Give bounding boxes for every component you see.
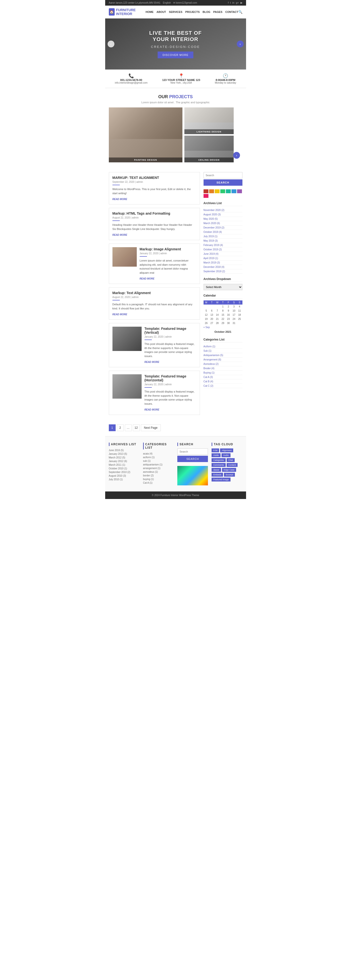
cal-cell[interactable]: 7	[214, 309, 220, 313]
cal-cell[interactable]: 6	[209, 309, 214, 313]
category-item-antiquarianism[interactable]: Antiquarianism (5)	[203, 353, 242, 358]
cal-cell[interactable]: 15	[220, 313, 226, 317]
tag-dawar[interactable]: dawar	[211, 468, 221, 472]
footer-cat-item[interactable]: buying (1)	[143, 477, 174, 481]
archive-item[interactable]: March 2020 (6)	[203, 221, 242, 226]
cal-cell[interactable]: 18	[237, 313, 242, 317]
cal-cell[interactable]: 24	[231, 317, 237, 321]
projects-next-arrow[interactable]: ›	[233, 152, 240, 159]
social-icons[interactable]: f t in g+ ▶	[228, 1, 242, 5]
category-item-catb[interactable]: Cat B (4)	[203, 379, 242, 384]
archive-item[interactable]: April 2019 (1)	[203, 256, 242, 261]
cal-cell[interactable]: 13	[209, 313, 214, 317]
post-3-read-more[interactable]: READ MORE	[140, 277, 154, 280]
cal-cell[interactable]: 8	[220, 309, 226, 313]
youtube-icon[interactable]: ▶	[240, 1, 242, 5]
cal-cell[interactable]: 31	[231, 321, 237, 325]
color-block-blue[interactable]	[232, 189, 237, 193]
post-5-read-more[interactable]: READ MORE	[145, 361, 159, 363]
cal-cell[interactable]: 1	[220, 305, 226, 309]
archive-item[interactable]: May 2020 (5)	[203, 217, 242, 221]
category-item-sub[interactable]: Sub (1)	[203, 349, 242, 353]
cal-cell[interactable]: 4	[237, 305, 242, 309]
cal-cell[interactable]: 12	[203, 313, 209, 317]
category-item-cata[interactable]: Cat A (3)	[203, 375, 242, 379]
cal-cell[interactable]: 17	[231, 313, 237, 317]
color-block-purple[interactable]	[237, 189, 242, 193]
cal-cell[interactable]: 25	[237, 317, 242, 321]
tag-chat[interactable]: Chat	[227, 458, 235, 462]
color-block-yellow[interactable]	[215, 189, 219, 193]
archive-item[interactable]: February 2019 (4)	[203, 243, 242, 247]
cal-cell[interactable]: 21	[214, 317, 220, 321]
category-item-arrangement[interactable]: Arrangement (6)	[203, 358, 242, 362]
cal-cell[interactable]: 20	[209, 317, 214, 321]
nav-blog[interactable]: BLOG	[203, 10, 210, 13]
archive-item[interactable]: December 2018 (4)	[203, 265, 242, 269]
cal-cell[interactable]: 9	[226, 309, 231, 313]
tag-comments[interactable]: Comments	[211, 463, 226, 467]
project-card-painting[interactable]: PAINTING DESIGN	[109, 107, 183, 162]
tag-aside[interactable]: Aside	[211, 453, 221, 457]
category-item-broder[interactable]: Broder (4)	[203, 366, 242, 371]
category-item-catc[interactable]: Cat C (2)	[203, 384, 242, 388]
archive-item[interactable]: July 2019 (1)	[203, 234, 242, 239]
header-search-icon[interactable]: 🔍	[238, 10, 242, 14]
hero-next-arrow[interactable]: ›	[237, 41, 244, 48]
cal-cell[interactable]: 23	[226, 317, 231, 321]
footer-archive-item[interactable]: March 2012 (5)	[109, 456, 140, 460]
post-6-read-more[interactable]: READ MORE	[145, 408, 159, 411]
cal-cell[interactable]: 29	[220, 321, 226, 325]
category-item-aciform[interactable]: Aciform (1)	[203, 344, 242, 349]
footer-cat-item[interactable]: arrangement (1)	[143, 466, 174, 470]
cal-cell[interactable]: 3	[231, 305, 237, 309]
footer-archive-item[interactable]: October 2010 (1)	[109, 467, 140, 470]
linkedin-icon[interactable]: in	[232, 1, 234, 5]
footer-cat-item[interactable]: asmodeus (1)	[143, 470, 174, 474]
cal-cell[interactable]: 10	[231, 309, 237, 313]
page-btn-12[interactable]: 12	[133, 425, 140, 431]
post-4-read-more[interactable]: READ MORE	[113, 313, 127, 316]
footer-cat-item[interactable]: acaia (4)	[143, 452, 174, 455]
tag-content[interactable]: Content	[227, 463, 238, 467]
post-2-read-more[interactable]: READ MORE	[113, 234, 127, 236]
footer-archive-item[interactable]: August 2010 (3)	[109, 474, 140, 477]
color-block-pink[interactable]	[203, 194, 208, 198]
category-item-buying[interactable]: Buying (1)	[203, 371, 242, 375]
nav-pages[interactable]: PAGES	[213, 10, 222, 13]
archive-item[interactable]: October 2019 (4)	[203, 230, 242, 234]
project-card-ceiling[interactable]: CEILING DESIGN	[184, 135, 233, 162]
nav-services[interactable]: SERVICES	[169, 10, 182, 13]
project-card-lightning[interactable]: LIGHTNING DESIGN	[184, 107, 233, 134]
footer-archive-item[interactable]: March 2011 (1)	[109, 463, 140, 467]
archive-item[interactable]: December 2019 (2)	[203, 226, 242, 230]
tag-edge-case[interactable]: Edge Case	[222, 468, 237, 472]
googleplus-icon[interactable]: g+	[236, 1, 239, 5]
tag-8bit[interactable]: 8 bit	[211, 449, 219, 452]
nav-contact[interactable]: CONTACT	[226, 10, 238, 13]
tag-featured-image[interactable]: Featured Image	[211, 477, 230, 482]
footer-archive-item[interactable]: July 2010 (1)	[109, 477, 140, 481]
cal-cell[interactable]: 26	[203, 321, 209, 325]
nav-about[interactable]: ABOUT	[156, 10, 166, 13]
color-block-orange[interactable]	[209, 189, 214, 193]
footer-cat-item[interactable]: Cat A (1)	[143, 481, 174, 485]
footer-search-input[interactable]	[177, 449, 208, 455]
tag-excerpt[interactable]: Excerpt	[224, 473, 235, 477]
archives-select[interactable]: Select Month November 2020 August 2020 M…	[203, 284, 242, 290]
color-block-teal[interactable]	[226, 189, 231, 193]
nav-home[interactable]: HOME	[146, 10, 154, 13]
archive-item[interactable]: June 2019 (4)	[203, 252, 242, 256]
footer-archive-item[interactable]: September 2010 (2)	[109, 470, 140, 474]
footer-cat-item[interactable]: antiquarianism (1)	[143, 463, 174, 466]
footer-cat-item[interactable]: sub (1)	[143, 459, 174, 463]
color-block-green[interactable]	[220, 189, 225, 193]
cal-cell[interactable]: 16	[226, 313, 231, 317]
cal-cell[interactable]: 14	[214, 313, 220, 317]
tag-alignment[interactable]: Alignment	[220, 449, 233, 452]
page-btn-1[interactable]: 1	[109, 425, 116, 431]
footer-cat-item[interactable]: border (2)	[143, 474, 174, 477]
twitter-icon[interactable]: t	[230, 1, 231, 5]
logo[interactable]: 🏠 FURNITURE INTERIOR	[109, 8, 146, 16]
tag-embeds[interactable]: Embeds	[211, 473, 223, 477]
